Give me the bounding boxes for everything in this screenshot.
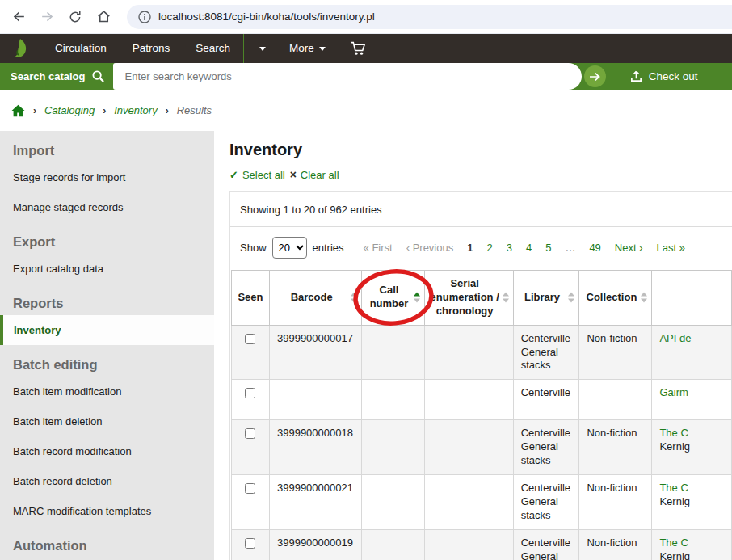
pagination-previous[interactable]: ‹ Previous [406,242,454,254]
sidebar-item-stage-records[interactable]: Stage records for import [0,162,214,192]
collection-cell: Non-fiction [579,325,652,380]
table-header-row: Seen Barcode Call number [232,271,732,326]
column-header-library[interactable]: Library [513,271,579,326]
nav-search[interactable]: Search [183,34,243,63]
breadcrumb-separator: › [103,105,106,116]
barcode-cell: 3999900000021 [269,475,361,530]
breadcrumb-inventory[interactable]: Inventory [114,104,157,116]
search-dropdown-caret-icon[interactable] [244,34,276,63]
barcode-cell: 3999900000017 [269,325,361,380]
pagination-ellipsis[interactable]: 5 [545,242,551,254]
selection-actions: ✓ Select all × Clear all [229,168,732,181]
back-icon[interactable] [8,6,29,27]
pagination-last[interactable]: Last » [657,242,685,254]
table-row: 3999900000017 Centerville General stacks… [232,325,732,380]
pagination-ellipsis: … [565,242,575,254]
column-header-collection[interactable]: Collection [579,271,652,326]
pagination-next[interactable]: Next › [615,242,643,254]
sort-icon [351,293,357,303]
breadcrumb-home-icon[interactable] [11,104,25,117]
pagination-first[interactable]: « First [364,242,393,254]
row-checkbox[interactable] [245,334,255,344]
title-cell: The CKernig [652,529,732,560]
nav-circulation[interactable]: Circulation [42,34,120,63]
title-link[interactable]: The C [659,482,688,494]
row-checkbox[interactable] [245,388,255,398]
pagination-page-3[interactable]: 3 [507,242,512,254]
sidebar-item-manage-staged[interactable]: Manage staged records [0,192,214,222]
search-icon [92,70,104,82]
catalog-search-bar: Search catalog Check out [0,63,732,90]
pagination-bar: Show 20 entries « First ‹ Previous 1 2 3… [230,227,732,270]
search-input[interactable] [113,63,582,90]
serial-cell [424,380,513,420]
library-cell: Centerville General stacks [513,420,579,475]
sidebar-item-batch-record-modification[interactable]: Batch record modification [0,436,214,466]
sidebar-item-batch-item-modification[interactable]: Batch item modification [0,377,214,406]
home-icon[interactable] [93,6,114,27]
row-checkbox[interactable] [245,538,255,549]
table-row: 3999900000019 Centerville General stacks… [232,529,732,560]
cart-icon[interactable] [339,34,377,63]
site-info-icon[interactable] [138,11,151,23]
nav-patrons[interactable]: Patrons [120,34,183,63]
sidebar-heading-export: Export [0,222,214,254]
sidebar-item-batch-record-deletion[interactable]: Batch record deletion [0,466,214,496]
row-checkbox[interactable] [245,483,255,494]
pagination-page-1[interactable]: 1 [467,242,473,254]
clear-all-link[interactable]: Clear all [301,169,339,181]
title-link[interactable]: The C [659,427,688,439]
reload-icon[interactable] [65,6,86,27]
inventory-results-table: Seen Barcode Call number [231,270,732,560]
caret-down-icon [319,47,326,51]
sort-asc-icon [414,293,420,303]
search-catalog-tab[interactable]: Search catalog [0,70,113,82]
entries-label: entries [313,242,344,254]
call-number-cell [362,380,424,420]
sidebar-item-inventory[interactable]: Inventory [0,315,214,345]
sidebar-item-marc-templates[interactable]: MARC modification templates [0,496,214,526]
search-submit-button[interactable] [584,65,606,87]
sort-icon [568,293,574,303]
serial-cell [424,420,513,475]
serial-cell [424,325,513,380]
sidebar-heading-batch-editing: Batch editing [0,345,214,377]
address-bar[interactable]: localhost:8081/cgi-bin/koha/tools/invent… [127,5,732,29]
page-title: Inventory [229,141,732,159]
sidebar-item-export-catalog[interactable]: Export catalog data [0,254,214,284]
page-size-select[interactable]: 20 [272,237,307,259]
pagination-page-2[interactable]: 2 [486,242,492,254]
nav-more[interactable]: More [276,34,339,63]
title-link[interactable]: Gairm [659,386,688,398]
sidebar-item-batch-item-deletion[interactable]: Batch item deletion [0,406,214,436]
column-header-barcode[interactable]: Barcode [269,271,361,326]
call-number-cell [362,475,424,530]
checkout-link[interactable]: Check out [630,70,732,82]
title-link[interactable]: API de [659,332,691,344]
column-header-call-number[interactable]: Call number [362,271,424,326]
arrow-right-icon [589,72,600,82]
koha-logo-icon[interactable] [10,38,29,59]
column-header-title[interactable] [652,271,732,326]
library-cell: Centerville [513,380,579,420]
main-content: Inventory ✓ Select all × Clear all Showi… [214,131,732,560]
title-link[interactable]: The C [659,537,688,549]
browser-toolbar: localhost:8081/cgi-bin/koha/tools/invent… [0,0,732,34]
breadcrumb-current: Results [177,104,212,116]
pagination-page-49[interactable]: 49 [589,242,600,254]
row-checkbox[interactable] [245,428,255,439]
forward-icon[interactable] [36,6,57,27]
sidebar-heading-import: Import [0,131,214,162]
title-cell: Gairm [652,380,732,420]
breadcrumb-cataloging[interactable]: Cataloging [44,104,95,116]
column-header-serial[interactable]: Serial enumeration / chronology [424,271,513,326]
collection-cell: Non-fiction [579,529,652,560]
check-icon: ✓ [229,169,238,181]
title-cell: The CKernig [652,420,732,475]
select-all-link[interactable]: Select all [242,169,285,181]
check-out-icon [630,70,642,82]
serial-cell [424,529,513,560]
call-number-cell [362,420,424,475]
entries-summary: Showing 1 to 20 of 962 entries [230,192,732,226]
pagination-page-4[interactable]: 4 [526,242,532,254]
